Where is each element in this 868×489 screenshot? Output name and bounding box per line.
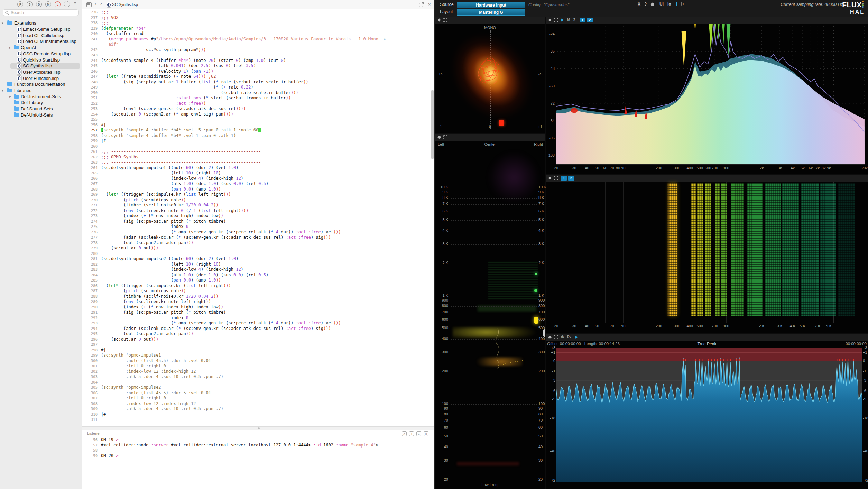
source-select[interactable]: Hardware input [457, 2, 525, 8]
code-line[interactable]: 298#| [82, 348, 434, 353]
code-line[interactable]: 267 (atk 1.0) (dec 1.0) (sus 0.0) (rel 0… [82, 181, 434, 187]
layout-select[interactable]: Mastering G [457, 9, 525, 16]
code-line[interactable]: 258(sc:synth 'sample-4 :buffer *b4* :vel… [82, 133, 434, 139]
code-line[interactable]: 311 [82, 417, 434, 423]
code-line[interactable]: 277 (adsr (sc:leak-dc.ar (* (sc:env-gen.… [82, 235, 434, 240]
gear-icon[interactable] [650, 2, 655, 7]
panel-splitter-handle[interactable] [543, 329, 545, 337]
code-line[interactable]: 306 :note (list 45.5) :dur 5 :vel 0.01 [82, 390, 434, 396]
code-line[interactable]: 251 :start-pos (* start (sc:buf-frames.i… [82, 95, 434, 101]
code-line[interactable]: 305(sc:synth 'opmo-impulse2 [82, 385, 434, 390]
channel-1-button[interactable]: 1 [561, 176, 567, 181]
filter-f-button[interactable]: F [17, 1, 23, 7]
channel-1-button[interactable]: 1 [580, 18, 585, 22]
sidebar-toggle-icon[interactable] [86, 2, 92, 7]
code-line[interactable]: 283 (index-low 4) (index-high 12) [82, 267, 434, 273]
code-line[interactable]: 236;;; ---------------------------------… [82, 10, 434, 15]
code-line[interactable]: 262;;; OPMO Synths [82, 155, 434, 160]
code-line[interactable]: aif" [82, 42, 434, 47]
filter-d-button[interactable]: D [36, 1, 42, 7]
code-line[interactable]: 247 (let* ((rate (sc:midiratio (- note 6… [82, 74, 434, 80]
sidebar-item-def-sound-sets[interactable]: Def-Sound-Sets [0, 106, 82, 112]
code-line[interactable]: 254 (sc:out.ar 0 (sc:pan2.ar (* amp env1… [82, 112, 434, 117]
code-line[interactable]: 237;;; VOX [82, 15, 434, 21]
code-line[interactable]: 275 index 0 [82, 224, 434, 230]
code-line[interactable]: 265 (left 10) (right 10) [82, 170, 434, 176]
code-line[interactable]: 292 index 0 [82, 315, 434, 321]
code-line[interactable]: 297 [82, 342, 434, 348]
code-line[interactable]: 255 [82, 117, 434, 122]
code-line[interactable]: 241 (merge-pathnames #p"/Users/opmo/Opus… [82, 37, 434, 42]
sidebar-item-sc-synths-lisp[interactable]: SC Synths.lisp [0, 63, 82, 69]
code-line[interactable]: 259|# [82, 138, 434, 144]
filter-s-button[interactable]: S [27, 1, 33, 7]
code-line[interactable]: 272 (env (sc:linen.kr note 0 (/ 1 (list … [82, 208, 434, 214]
listener-line[interactable]: 59OM 20 > [82, 453, 434, 459]
t-icon[interactable]: T [681, 2, 685, 6]
gear-icon[interactable] [548, 176, 552, 180]
play-icon[interactable] [561, 18, 564, 22]
close-icon[interactable]: × [428, 2, 431, 7]
code-line[interactable]: 248 (sig (sc:play-buf.ar 1 buffer (list … [82, 80, 434, 85]
code-line[interactable]: 269 (let* ((trigger (sc:impulse.kr (list… [82, 192, 434, 197]
chevron-down-icon[interactable]: ▾ [2, 89, 3, 92]
code-line[interactable]: 264(sc:defsynth opmo-impulse1 ((note 60)… [82, 165, 434, 171]
gear-icon[interactable] [437, 135, 441, 139]
sidebar-item-user-function-lisp[interactable]: User Function.lisp [0, 75, 82, 81]
listener-line[interactable]: 58 [82, 448, 434, 453]
code-line[interactable]: 302 :index-low 12 :index-high 12 [82, 369, 434, 375]
code-line[interactable]: 253 (env1 (sc:env-gen.kr (sc:adsr atk de… [82, 106, 434, 112]
code-line[interactable]: 295 (out (sc:pan2.ar adsr pan))) [82, 331, 434, 337]
filter-m-button[interactable]: M [45, 1, 51, 7]
listener-line[interactable]: 56OM 19 > [82, 437, 434, 443]
chevron-right-icon[interactable]: ▸ [9, 46, 11, 49]
code-line[interactable]: 300 :note (list 45.5) :dur 5 :vel 0.01 [82, 358, 434, 364]
info-icon[interactable]: i [676, 2, 677, 7]
code-line[interactable]: 293 (* amp (sc:env-gen.kr (sc:perc rel a… [82, 321, 434, 326]
code-line[interactable]: 299(sc:synth 'opmo-impulse1 [82, 353, 434, 358]
code-line[interactable]: 252 :act :free)) [82, 101, 434, 107]
code-line[interactable]: 244(sc:defsynth sample-4 ((buffer *b4*) … [82, 58, 434, 64]
editor-scrollbar[interactable] [431, 90, 434, 159]
sidebar-item-user-attributes-lisp[interactable]: User Attributes.lisp [0, 69, 82, 75]
code-line[interactable]: 240 (sc:buffer-read [82, 31, 434, 37]
target-icon[interactable] [64, 1, 70, 7]
code-line[interactable]: 250 (sc:buf-rate-scale.ir buffer))) [82, 90, 434, 96]
sidebar-item-extensions[interactable]: ▾Extensions [0, 20, 82, 26]
filter-l-button[interactable]: L [55, 1, 61, 7]
code-line[interactable]: 246 (velocity 1) (pan -1)) [82, 69, 434, 74]
code-line[interactable]: 287 (pitch (sc:midicps note)) [82, 288, 434, 294]
code-line[interactable]: 279 (sc:out.ar 0 out))) [82, 246, 434, 251]
code-line[interactable]: 291 (sig (sc:pm-osc.ar pitch (* pitch ti… [82, 310, 434, 315]
code-line[interactable]: 273 (index (+ (* env index-high) index-l… [82, 213, 434, 219]
code-line[interactable]: 308 :index-low 12 :index-high 12 [82, 401, 434, 407]
splitter[interactable] [82, 426, 434, 430]
code-line[interactable]: 301 :left 0 :right 0 [82, 363, 434, 369]
io-icon[interactable]: io [667, 2, 671, 7]
sidebar-item-emacs-slime-setup-lisp[interactable]: Emacs-Slime Setup.lisp [0, 26, 82, 33]
code-line[interactable]: 245 (atk 0.001) (dec 2.5) (sus 0) (rel 3… [82, 63, 434, 69]
code-line[interactable]: 242 sc:*sc-synth-program*))) [82, 47, 434, 53]
sidebar-item-functions-documentation[interactable]: Functions Documentation [0, 81, 82, 87]
code-line[interactable]: 270 (pitch (sc:midicps note)) [82, 197, 434, 203]
code-line[interactable]: 282 (left 10) (right 10) [82, 262, 434, 267]
code-line[interactable]: 309 :atk 5 :dec 4 :sus 10 :rel 0.5 :pan … [82, 406, 434, 412]
code-line[interactable]: 274 (sig (sc:pm-osc.ar pitch (* pitch ti… [82, 219, 434, 224]
max-hold-button[interactable]: M [567, 18, 570, 22]
sidebar-item-osc-remote-setup-lisp[interactable]: OSC Remote Setup.lisp [0, 51, 82, 57]
code-line[interactable]: 238;;; ---------------------------------… [82, 20, 434, 26]
code-line[interactable]: 257(sc:synth 'sample-4 :buffer *b4* :vel… [82, 128, 434, 133]
code-line[interactable]: 266 (index-low 4) (index-high 12) [82, 176, 434, 182]
code-line[interactable]: 278 (out (sc:pan2.ar adsr pan))) [82, 240, 434, 246]
code-line[interactable]: 276 (* amp (sc:env-gen.kr (sc:perc rel a… [82, 230, 434, 235]
popout-icon[interactable] [419, 3, 423, 7]
code-line[interactable]: 290 (index (+ (* env index-high) index-l… [82, 305, 434, 310]
code-line[interactable]: 268 (pan 0.0) (amp 1.0)) [82, 187, 434, 192]
channel-2-button[interactable]: 2 [568, 176, 574, 181]
ui-icon[interactable]: Ui [659, 2, 664, 7]
listener-line[interactable]: 57#<cl-collider::node :server #<cl-colli… [82, 443, 434, 448]
nav-back-icon[interactable]: ‹ [95, 0, 96, 6]
gear-icon[interactable] [548, 18, 552, 22]
search-input[interactable]: Search [3, 9, 79, 16]
code-line[interactable]: 307 :left 0 :right 0 [82, 396, 434, 401]
